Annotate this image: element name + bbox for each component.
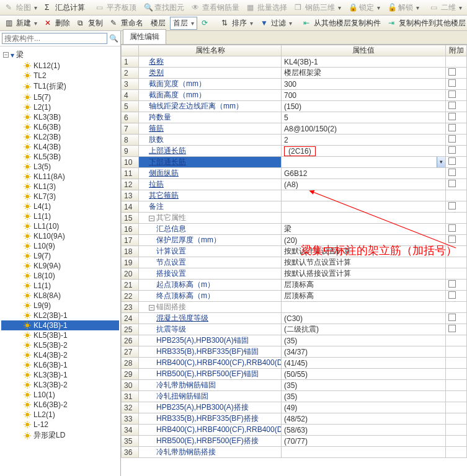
table-row[interactable]: 28HRB400(C),HRBF400(CF),RRB400(D)锚固(41/4… <box>122 358 467 369</box>
tree-item[interactable]: KL3(3B)-2 <box>1 380 119 390</box>
prop-add[interactable] <box>446 291 467 302</box>
tree-item[interactable]: KL2(3B)-1 <box>1 311 119 320</box>
align-btn[interactable]: ▭平齐板顶 <box>93 1 140 14</box>
table-row[interactable]: 32HPB235(A),HPB300(A)搭接(49) <box>122 402 467 413</box>
tree-item[interactable]: L-12 <box>1 420 119 430</box>
prop-add[interactable] <box>446 358 467 369</box>
tree-item[interactable]: KL8(8A) <box>1 291 119 301</box>
checkbox[interactable] <box>448 280 456 288</box>
table-row[interactable]: 15− 其它属性 <box>122 213 467 224</box>
tree-item[interactable]: KL5(3B)-2 <box>1 340 119 350</box>
checkbox[interactable] <box>448 157 456 165</box>
table-row[interactable]: 33HRB335(B),HRBF335(BF)搭接(48/52) <box>122 413 467 425</box>
prop-value[interactable]: (48/52) <box>282 413 446 425</box>
prop-add[interactable] <box>446 112 467 123</box>
prop-add[interactable] <box>446 56 467 68</box>
checkbox[interactable] <box>448 90 456 98</box>
prop-value[interactable] <box>282 447 446 458</box>
prop-value[interactable]: (二级抗震) <box>282 324 446 335</box>
tree-item[interactable]: L9(9) <box>1 301 119 311</box>
prop-value[interactable]: 层顶标高 <box>282 291 446 302</box>
table-row[interactable]: 8肢数2 <box>122 134 467 146</box>
checkbox[interactable] <box>448 113 456 120</box>
table-row[interactable]: 4截面高度（mm）700 <box>122 90 467 101</box>
tree-item[interactable]: KL5(3B)-1 <box>1 330 119 340</box>
tree-item[interactable]: L2(1) <box>1 102 119 112</box>
prop-value[interactable]: (70/77) <box>282 436 446 447</box>
checkbox[interactable] <box>448 202 456 209</box>
tree-item[interactable]: TL2 <box>1 71 119 81</box>
checkbox[interactable] <box>448 236 456 243</box>
prop-group[interactable]: − 其它属性 <box>139 213 282 224</box>
checkbox[interactable] <box>448 325 456 332</box>
tree-item[interactable]: L5(7) <box>1 92 119 102</box>
find-el-btn[interactable]: 🔍查找图元 <box>141 1 187 14</box>
prop-value[interactable]: 层顶标高 <box>282 280 446 291</box>
prop-add[interactable] <box>446 179 467 190</box>
prop-add[interactable] <box>446 324 467 335</box>
prop-add[interactable] <box>446 190 467 201</box>
table-row[interactable]: 3截面宽度（mm）300 <box>122 79 467 90</box>
checkbox[interactable] <box>448 79 456 87</box>
refresh-btn[interactable]: ⟳ <box>198 17 213 29</box>
tree-item[interactable]: TL1(折梁) <box>1 81 119 92</box>
table-row[interactable]: 20搭接设置按默认搭接设置计算 <box>122 268 467 280</box>
prop-value[interactable]: (2C16) <box>282 146 446 157</box>
table-row[interactable]: 2类别楼层框架梁 <box>122 68 467 79</box>
copyfrom-btn[interactable]: ⇤从其他楼层复制构件 <box>300 17 384 30</box>
table-row[interactable]: 24混凝土强度等级(C30) <box>122 313 467 324</box>
checkbox[interactable] <box>448 314 456 321</box>
prop-value[interactable]: 按默认搭接设置计算 <box>282 268 446 280</box>
prop-value[interactable]: (20) <box>282 235 446 246</box>
tree-item[interactable]: L1(1) <box>1 211 119 221</box>
prop-add[interactable] <box>446 101 467 112</box>
tree-item[interactable]: KL6(3B) <box>1 122 119 132</box>
prop-value[interactable]: (49) <box>282 402 446 413</box>
table-row[interactable]: 21起点顶标高（m）层顶标高 <box>122 280 467 291</box>
prop-add[interactable] <box>446 413 467 425</box>
table-row[interactable]: 12拉筋(A8) <box>122 179 467 190</box>
filter-btn[interactable]: ▼过滤▾ <box>257 17 295 30</box>
batch-sel-btn[interactable]: ▦批量选择 <box>244 1 290 14</box>
table-row[interactable]: 18计算设置按默认计算设置计算 <box>122 246 467 257</box>
tree-item[interactable]: KL7(3) <box>1 192 119 201</box>
tree-item[interactable]: KL9(9A) <box>1 261 119 271</box>
table-row[interactable]: 29HRB500(E),HRBF500(EF)锚固(50/55) <box>122 369 467 380</box>
prop-value[interactable]: 700 <box>282 90 446 101</box>
prop-value[interactable]: 300 <box>282 79 446 90</box>
collapse-icon[interactable]: − <box>149 305 154 311</box>
tree-item[interactable]: LL2(1) <box>1 410 119 420</box>
prop-add[interactable] <box>446 346 467 358</box>
checkbox[interactable] <box>448 124 456 131</box>
collapse-icon[interactable]: − <box>3 52 9 58</box>
tree-item[interactable]: L4(1) <box>1 201 119 211</box>
tree-item[interactable]: L3(5) <box>1 162 119 172</box>
prop-add[interactable] <box>446 257 467 268</box>
table-row[interactable]: 1名称KL4(3B)-1 <box>122 56 467 68</box>
prop-add[interactable] <box>446 447 467 458</box>
table-row[interactable]: 31冷轧扭钢筋锚固(35) <box>122 391 467 402</box>
prop-value[interactable]: ▾ <box>282 157 446 168</box>
table-row[interactable]: 35HRB500(E),HRBF500(EF)搭接(70/77) <box>122 436 467 447</box>
prop-add[interactable] <box>446 268 467 280</box>
prop-value[interactable]: (35) <box>282 380 446 391</box>
prop-value[interactable]: (41/45) <box>282 358 446 369</box>
prop-value[interactable]: (35) <box>282 335 446 346</box>
prop-value[interactable]: (35) <box>282 391 446 402</box>
tree-item[interactable]: KL2(3B) <box>1 132 119 142</box>
2d-btn[interactable]: ▭二维▾ <box>427 1 465 14</box>
prop-add[interactable] <box>446 369 467 380</box>
checkbox[interactable] <box>448 224 456 232</box>
tree-item[interactable]: KL11(8A) <box>1 172 119 182</box>
tree-item[interactable]: KL4(3B) <box>1 142 119 152</box>
prop-add[interactable] <box>446 157 467 168</box>
table-row[interactable]: 22终点顶标高（m）层顶标高 <box>122 291 467 302</box>
tree-item[interactable]: KL1(3) <box>1 182 119 192</box>
prop-add[interactable] <box>446 90 467 101</box>
prop-add[interactable] <box>446 168 467 179</box>
checkbox[interactable] <box>448 146 456 154</box>
prop-value[interactable]: (150) <box>282 101 446 112</box>
delete-btn[interactable]: ✕删除 <box>42 17 73 30</box>
checkbox[interactable] <box>448 102 456 109</box>
table-row[interactable]: 26HPB235(A),HPB300(A)锚固(35) <box>122 335 467 346</box>
